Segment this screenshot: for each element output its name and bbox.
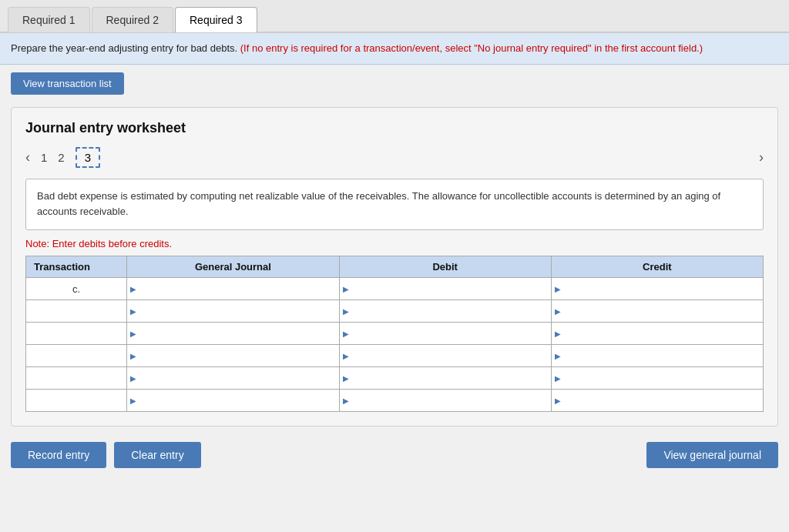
- page-2[interactable]: 2: [58, 151, 64, 164]
- note-text: Note: Enter debits before credits.: [25, 238, 764, 249]
- general-journal-cell[interactable]: [127, 390, 339, 412]
- table-row: [26, 345, 764, 367]
- tab-required3[interactable]: Required 3: [175, 7, 257, 32]
- credit-cell[interactable]: [551, 390, 763, 412]
- prev-page-button[interactable]: ‹: [25, 149, 30, 166]
- view-transaction-button[interactable]: View transaction list: [11, 72, 124, 95]
- credit-input[interactable]: [564, 367, 763, 389]
- instruction-normal: Prepare the year-end adjusting entry for…: [11, 42, 240, 54]
- debit-cell[interactable]: [339, 278, 551, 300]
- record-entry-button[interactable]: Record entry: [11, 442, 106, 468]
- credit-cell[interactable]: [551, 300, 763, 323]
- transaction-cell: c.: [26, 278, 127, 300]
- general-journal-cell[interactable]: [127, 323, 339, 345]
- general-journal-cell[interactable]: [127, 367, 339, 390]
- credit-cell[interactable]: [551, 278, 763, 300]
- credit-cell[interactable]: [551, 367, 763, 390]
- general-journal-input[interactable]: [139, 390, 338, 411]
- transaction-cell: [26, 300, 127, 323]
- debit-cell[interactable]: [339, 300, 551, 323]
- table-row: [26, 367, 764, 390]
- debit-cell[interactable]: [339, 390, 551, 412]
- debit-input[interactable]: [352, 390, 551, 411]
- table-row: [26, 300, 764, 323]
- transaction-cell: [26, 323, 127, 345]
- clear-entry-button[interactable]: Clear entry: [114, 442, 200, 468]
- view-transaction-wrap: View transaction list: [0, 65, 789, 102]
- tab-required1[interactable]: Required 1: [8, 7, 90, 32]
- credit-input[interactable]: [564, 390, 763, 411]
- general-journal-input[interactable]: [139, 278, 338, 299]
- general-journal-input[interactable]: [139, 300, 338, 322]
- page-1[interactable]: 1: [41, 151, 47, 164]
- description-box: Bad debt expense is estimated by computi…: [25, 179, 764, 231]
- pagination: ‹ 1 2 3 ›: [25, 147, 764, 168]
- table-row: [26, 323, 764, 345]
- general-journal-cell[interactable]: [127, 300, 339, 323]
- credit-input[interactable]: [564, 345, 763, 366]
- general-journal-cell[interactable]: [127, 278, 339, 300]
- journal-table: Transaction General Journal Debit Credit…: [25, 256, 764, 412]
- worksheet-title: Journal entry worksheet: [25, 120, 764, 136]
- bottom-buttons: Record entry Clear entry View general jo…: [0, 434, 789, 476]
- general-journal-input[interactable]: [139, 367, 338, 389]
- credit-cell[interactable]: [551, 345, 763, 367]
- transaction-cell: [26, 390, 127, 412]
- col-header-general-journal: General Journal: [127, 256, 339, 278]
- debit-input[interactable]: [352, 300, 551, 322]
- general-journal-input[interactable]: [139, 345, 338, 366]
- debit-cell[interactable]: [339, 323, 551, 345]
- debit-input[interactable]: [352, 367, 551, 389]
- col-header-credit: Credit: [551, 256, 763, 278]
- col-header-transaction: Transaction: [26, 256, 127, 278]
- table-row: c.: [26, 278, 764, 300]
- credit-cell[interactable]: [551, 323, 763, 345]
- table-row: [26, 390, 764, 412]
- debit-input[interactable]: [352, 278, 551, 299]
- debit-cell[interactable]: [339, 345, 551, 367]
- next-page-button[interactable]: ›: [759, 149, 764, 166]
- transaction-cell: [26, 367, 127, 390]
- general-journal-cell[interactable]: [127, 345, 339, 367]
- tab-required2[interactable]: Required 2: [92, 7, 174, 32]
- worksheet-card: Journal entry worksheet ‹ 1 2 3 › Bad de…: [11, 107, 778, 427]
- tabs-bar: Required 1 Required 2 Required 3: [0, 0, 789, 33]
- page-3[interactable]: 3: [76, 147, 100, 168]
- debit-input[interactable]: [352, 345, 551, 366]
- general-journal-input[interactable]: [139, 323, 338, 344]
- view-general-journal-button[interactable]: View general journal: [646, 442, 778, 468]
- col-header-debit: Debit: [339, 256, 551, 278]
- credit-input[interactable]: [564, 278, 763, 299]
- debit-input[interactable]: [352, 323, 551, 344]
- instruction-bar: Prepare the year-end adjusting entry for…: [0, 33, 789, 65]
- transaction-cell: [26, 345, 127, 367]
- credit-input[interactable]: [564, 300, 763, 322]
- debit-cell[interactable]: [339, 367, 551, 390]
- instruction-highlight: (If no entry is required for a transacti…: [240, 42, 703, 54]
- credit-input[interactable]: [564, 323, 763, 344]
